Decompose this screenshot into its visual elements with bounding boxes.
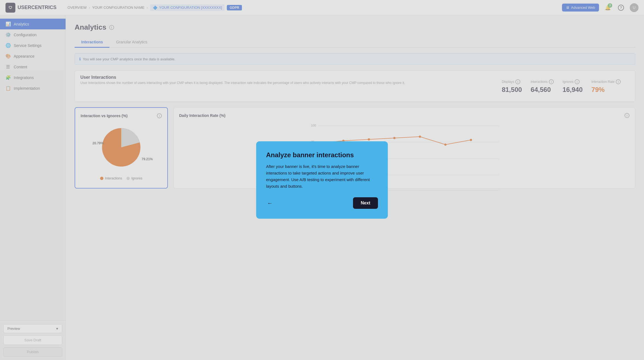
modal-title: Analyze banner interactions — [266, 151, 378, 159]
modal-overlay[interactable]: Analyze banner interactions After your b… — [0, 0, 644, 360]
modal: Analyze banner interactions After your b… — [256, 141, 388, 219]
modal-back-button[interactable]: ← — [266, 199, 274, 207]
modal-next-button[interactable]: Next — [353, 197, 378, 209]
modal-body: After your banner is live, it's time to … — [266, 163, 378, 190]
modal-footer: ← Next — [266, 197, 378, 209]
